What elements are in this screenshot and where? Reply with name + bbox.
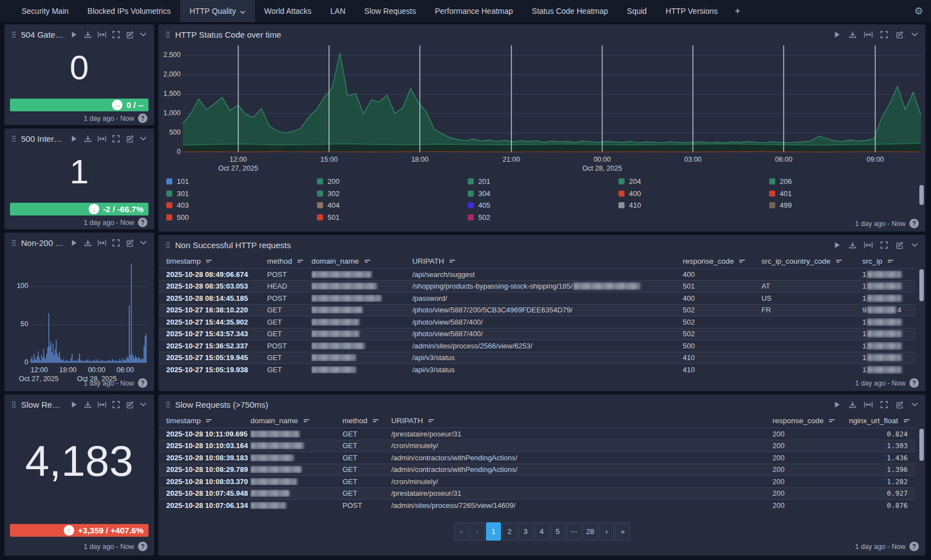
page-button-«[interactable]: «	[454, 522, 469, 541]
play-icon[interactable]	[70, 30, 78, 39]
download-icon[interactable]	[84, 135, 92, 143]
legend-item-501[interactable]: 501	[317, 212, 340, 223]
scrollbar-thumb[interactable]	[919, 269, 924, 301]
drag-handle-icon[interactable]	[166, 401, 170, 408]
fit-width-icon[interactable]	[98, 135, 106, 142]
chevron-down-icon[interactable]	[911, 32, 918, 37]
column-header-method[interactable]: method	[342, 417, 391, 425]
edit-icon[interactable]	[896, 400, 904, 409]
page-button-5[interactable]: 5	[550, 522, 565, 541]
column-header-timestamp[interactable]: timestamp	[166, 417, 250, 425]
edit-icon[interactable]	[896, 241, 904, 249]
scrollbar-thumb[interactable]	[919, 185, 924, 205]
column-header-method[interactable]: method	[267, 257, 311, 265]
play-icon[interactable]	[70, 135, 78, 143]
help-icon[interactable]: ?	[138, 378, 147, 388]
tab-slow-requests[interactable]: Slow Requests	[355, 0, 425, 22]
legend-item-101[interactable]: 101	[166, 176, 189, 187]
help-icon[interactable]: ?	[138, 114, 147, 123]
legend-item-200[interactable]: 200	[317, 176, 340, 187]
download-icon[interactable]	[84, 400, 92, 409]
help-icon[interactable]: ?	[909, 378, 919, 388]
fit-width-icon[interactable]	[98, 239, 106, 246]
add-tab-button[interactable]: +	[727, 0, 748, 22]
fullscreen-icon[interactable]	[112, 239, 120, 247]
tab-security-main[interactable]: Security Main	[12, 0, 78, 22]
legend-item-204[interactable]: 204	[618, 176, 641, 187]
play-icon[interactable]	[833, 30, 841, 39]
edit-icon[interactable]	[126, 135, 134, 143]
legend-item-410[interactable]: 410	[618, 199, 641, 211]
column-header-domain_name[interactable]: domain_name	[311, 257, 412, 265]
scrollbar-thumb[interactable]	[919, 429, 924, 461]
chevron-down-icon[interactable]	[140, 240, 147, 245]
chevron-down-icon[interactable]	[140, 32, 147, 37]
play-icon[interactable]	[70, 239, 78, 247]
edit-icon[interactable]	[896, 30, 904, 39]
edit-icon[interactable]	[126, 400, 134, 409]
drag-handle-icon[interactable]	[12, 31, 16, 38]
help-icon[interactable]: ?	[909, 542, 919, 551]
help-icon[interactable]: ?	[138, 218, 147, 227]
legend-item-405[interactable]: 405	[468, 199, 490, 211]
page-button-28[interactable]: 28	[582, 522, 598, 541]
edit-icon[interactable]	[126, 30, 134, 39]
tab-performance-heatmap[interactable]: Performance Heatmap	[426, 0, 523, 22]
legend-item-201[interactable]: 201	[468, 176, 490, 187]
http-status-area-chart[interactable]	[183, 45, 921, 152]
drag-handle-icon[interactable]	[12, 239, 16, 246]
page-button-ellipsis[interactable]: ⋯	[566, 522, 581, 541]
help-icon[interactable]: ?	[138, 542, 147, 551]
tab-squid[interactable]: Squid	[617, 0, 656, 22]
fit-width-icon[interactable]	[98, 31, 106, 38]
drag-handle-icon[interactable]	[166, 31, 170, 38]
drag-handle-icon[interactable]	[12, 135, 16, 142]
page-button-‹[interactable]: ‹	[470, 522, 485, 541]
help-icon[interactable]: ?	[909, 219, 919, 228]
page-button-3[interactable]: 3	[518, 522, 533, 541]
chevron-down-icon[interactable]	[911, 243, 918, 247]
tab-http-versions[interactable]: HTTP Versions	[656, 0, 727, 22]
play-icon[interactable]	[70, 400, 78, 409]
download-icon[interactable]	[84, 30, 92, 39]
legend-item-301[interactable]: 301	[166, 188, 189, 199]
legend-item-500[interactable]: 500	[166, 212, 189, 223]
column-header-response_code[interactable]: response_code	[683, 257, 761, 265]
legend-item-304[interactable]: 304	[468, 188, 490, 199]
drag-handle-icon[interactable]	[166, 242, 170, 249]
fit-width-icon[interactable]	[864, 401, 873, 408]
fullscreen-icon[interactable]	[112, 135, 120, 143]
column-header-uripath[interactable]: URIPATH	[391, 417, 773, 425]
gear-icon[interactable]: ⚙	[914, 0, 923, 22]
fit-width-icon[interactable]	[98, 401, 106, 408]
column-header-src_ip[interactable]: src_ip	[862, 257, 915, 265]
fullscreen-icon[interactable]	[112, 400, 120, 409]
legend-item-206[interactable]: 206	[769, 176, 792, 187]
tab-status-code-heatmap[interactable]: Status Code Heatmap	[523, 0, 618, 22]
column-header-response_code[interactable]: response_code	[773, 417, 849, 425]
legend-item-400[interactable]: 400	[618, 188, 641, 199]
download-icon[interactable]	[84, 239, 92, 247]
tab-http-quality[interactable]: HTTP Quality	[180, 0, 255, 22]
play-icon[interactable]	[833, 241, 841, 249]
legend-item-403[interactable]: 403	[166, 199, 189, 211]
column-header-nginx_urt_float[interactable]: nginx_urt_float	[849, 417, 915, 425]
page-button-4[interactable]: 4	[534, 522, 549, 541]
tab-world-attacks[interactable]: World Attacks	[255, 0, 321, 22]
page-button-2[interactable]: 2	[502, 522, 517, 541]
tab-lan[interactable]: LAN	[321, 0, 355, 22]
download-icon[interactable]	[848, 241, 857, 249]
tab-blocked-ips-volumetrics[interactable]: Blocked IPs Volumetrics	[78, 0, 180, 22]
download-icon[interactable]	[848, 400, 857, 409]
fullscreen-icon[interactable]	[880, 241, 888, 249]
fit-width-icon[interactable]	[864, 242, 873, 249]
drag-handle-icon[interactable]	[12, 401, 16, 408]
legend-item-401[interactable]: 401	[769, 188, 792, 199]
column-header-uripath[interactable]: URIPATH	[412, 257, 683, 265]
chevron-down-icon[interactable]	[911, 402, 918, 407]
page-button-1[interactable]: 1	[486, 522, 501, 541]
legend-item-302[interactable]: 302	[317, 188, 340, 199]
legend-item-502[interactable]: 502	[468, 212, 490, 223]
play-icon[interactable]	[833, 400, 841, 409]
chevron-down-icon[interactable]	[140, 136, 147, 141]
